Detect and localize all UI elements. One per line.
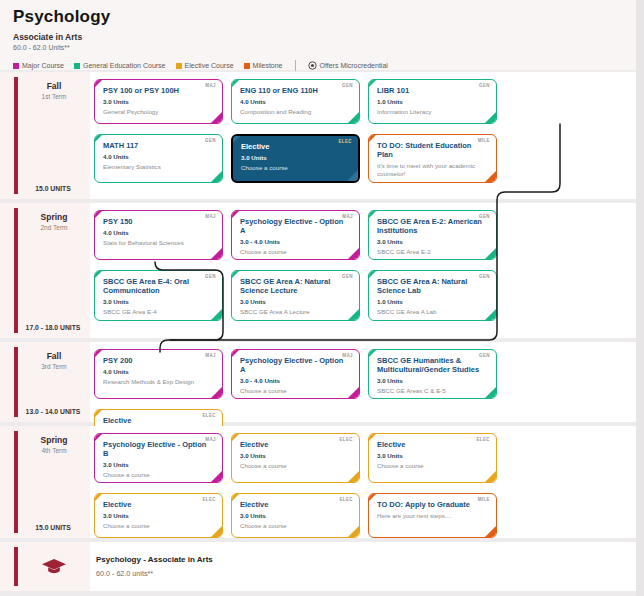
- legend-item-microcredential: Offers Microcredential: [308, 61, 388, 70]
- legend-label: Major Course: [22, 62, 64, 69]
- card-category-badge: GEN: [205, 138, 216, 143]
- course-units: 4.0 Units: [103, 368, 215, 375]
- course-units: 1.0 Units: [377, 298, 489, 305]
- term-row-spring-2: Spring 2nd Term 17.0 - 18.0 UNITS MAJ PS…: [0, 203, 636, 338]
- course-subtitle: Research Methods & Exp Design: [103, 378, 215, 386]
- course-subtitle: SBCC GE Area A Lecture: [240, 308, 352, 316]
- course-units: 4.0 Units: [240, 98, 352, 105]
- course-subtitle: Composition and Reading: [240, 108, 352, 116]
- term-row-fall-3: Fall 3rd Term 13.0 - 14.0 UNITS MAJ PSY …: [0, 342, 636, 422]
- gened-course-swatch: [74, 63, 80, 69]
- course-card-libr101[interactable]: GEN LIBR 101 1.0 Units Information Liter…: [368, 79, 497, 124]
- course-card-ge-a-lab[interactable]: GEN SBCC GE Area A: Natural Science Lab …: [368, 270, 497, 320]
- term-sidebar: Fall 3rd Term 13.0 - 14.0 UNITS: [0, 342, 90, 422]
- milestone-card-student-education-plan[interactable]: MILE TO DO: Student Education Plan It's …: [368, 134, 497, 183]
- course-card-elective-t4-4[interactable]: ELEC Elective 3.0 Units Choose a course: [231, 493, 360, 538]
- card-category-badge: MAJ: [205, 353, 216, 358]
- course-title: Psychology Elective - Option B: [103, 440, 215, 458]
- card-category-badge: MAJ: [342, 214, 353, 219]
- course-card-ge-e2[interactable]: GEN SBCC GE Area E-2: American Instituti…: [368, 210, 497, 260]
- course-card-eng110[interactable]: GEN ENG 110 or ENG 110H 4.0 Units Compos…: [231, 79, 360, 124]
- card-category-badge: ELEC: [202, 497, 216, 502]
- term-cards: MAJ Psychology Elective - Option B 3.0 U…: [90, 426, 634, 545]
- course-units: 3.0 - 4.0 Units: [240, 238, 352, 245]
- degree-completion-row: Psychology - Associate in Arts 60.0 - 62…: [0, 542, 636, 591]
- course-units: 3.0 Units: [240, 298, 352, 305]
- card-category-badge: ELEC: [339, 437, 353, 442]
- term-row-spring-4: Spring 4th Term 15.0 UNITS MAJ Psycholog…: [0, 426, 636, 538]
- course-units: 1.0 Units: [377, 98, 489, 105]
- card-category-badge: ELEC: [476, 437, 490, 442]
- course-card-ge-humanities[interactable]: GEN SBCC GE Humanities & Multicultural/G…: [368, 349, 497, 399]
- course-card-psy100[interactable]: MAJ PSY 100 or PSY 100H 3.0 Units Genera…: [94, 79, 223, 124]
- course-units: 3.0 Units: [103, 298, 215, 305]
- milestone-title: TO DO: Apply to Graduate: [377, 500, 489, 509]
- card-category-badge: GEN: [479, 83, 490, 88]
- card-category-badge: ELEC: [339, 497, 353, 502]
- course-title: LIBR 101: [377, 86, 489, 95]
- course-units: 3.0 Units: [377, 377, 489, 384]
- page-title: Psychology: [13, 7, 644, 27]
- course-units: 3.0 Units: [377, 452, 489, 459]
- card-category-badge: ELEC: [202, 413, 216, 418]
- completion-title: Psychology - Associate in Arts: [96, 555, 213, 564]
- course-card-ge-e4[interactable]: GEN SBCC GE Area E-4: Oral Communication…: [94, 270, 223, 320]
- degree-total-units: 60.0 - 62.0 Units**: [13, 44, 644, 51]
- legend-item-major: Major Course: [13, 62, 64, 69]
- card-category-badge: GEN: [479, 214, 490, 219]
- course-units: 3.0 Units: [240, 452, 352, 459]
- course-card-psych-elective-a2[interactable]: MAJ Psychology Elective - Option A 3.0 -…: [231, 349, 360, 399]
- course-subtitle: Choose a course: [241, 164, 351, 172]
- milestone-subtitle: Here are your next steps....: [377, 512, 489, 520]
- course-title: PSY 100 or PSY 100H: [103, 86, 215, 95]
- course-card-elective-t4-1[interactable]: ELEC Elective 3.0 Units Choose a course: [231, 433, 360, 483]
- course-subtitle: SBCC GE Area A Lab: [377, 308, 489, 316]
- term-number: 1st Term: [18, 93, 90, 100]
- legend-item-elective: Elective Course: [176, 62, 234, 69]
- card-category-badge: GEN: [342, 274, 353, 279]
- legend-item-gened: General Education Course: [74, 62, 166, 69]
- microcredential-label: Offers Microcredential: [320, 62, 388, 69]
- course-title: SBCC GE Humanities & Multicultural/Gende…: [377, 356, 489, 374]
- course-card-math117[interactable]: GEN MATH 117 4.0 Units Elementary Statis…: [94, 134, 223, 183]
- course-units: 3.0 Units: [103, 512, 215, 519]
- card-category-badge: ELEC: [338, 139, 352, 144]
- graduation-cap-wrap: [18, 542, 90, 591]
- course-card-ge-a-lecture[interactable]: GEN SBCC GE Area A: Natural Science Lect…: [231, 270, 360, 320]
- course-card-psych-elective-a[interactable]: MAJ Psychology Elective - Option A 3.0 -…: [231, 210, 360, 260]
- term-cards: MAJ PSY 150 4.0 Units Stats for Behavior…: [90, 203, 634, 328]
- graduation-cap-icon: [42, 558, 66, 576]
- course-subtitle: Choose a course: [240, 462, 352, 470]
- course-title: PSY 150: [103, 217, 215, 226]
- card-category-badge: MAJ: [205, 214, 216, 219]
- milestone-card-apply-to-graduate[interactable]: MILE TO DO: Apply to Graduate Here are y…: [368, 493, 497, 538]
- course-card-psych-elective-b[interactable]: MAJ Psychology Elective - Option B 3.0 U…: [94, 433, 223, 483]
- course-subtitle: SBCC GE Areas C & E-5: [377, 387, 489, 395]
- course-subtitle: Choose a course: [240, 522, 352, 530]
- course-card-elective-t4-3[interactable]: ELEC Elective 3.0 Units Choose a course: [94, 493, 223, 538]
- term-season: Spring: [18, 435, 90, 445]
- course-units: 3.0 Units: [103, 461, 215, 468]
- card-category-badge: GEN: [342, 83, 353, 88]
- course-title: Elective: [241, 142, 351, 151]
- course-card-elective-selected[interactable]: ELEC Elective 3.0 Units Choose a course: [231, 134, 360, 183]
- term-sidebar: Fall 1st Term 15.0 UNITS: [0, 72, 90, 199]
- card-category-badge: MILE: [478, 138, 490, 143]
- course-card-psy150[interactable]: MAJ PSY 150 4.0 Units Stats for Behavior…: [94, 210, 223, 260]
- card-category-badge: MAJ: [205, 437, 216, 442]
- course-units: 3.0 Units: [377, 238, 489, 245]
- course-card-psy200[interactable]: MAJ PSY 200 4.0 Units Research Methods &…: [94, 349, 223, 399]
- course-subtitle: Information Literacy: [377, 108, 489, 116]
- card-category-badge: GEN: [479, 353, 490, 358]
- course-title: PSY 200: [103, 356, 215, 365]
- target-medal-icon: [308, 61, 317, 70]
- term-season: Fall: [18, 351, 90, 361]
- card-category-badge: MAJ: [342, 353, 353, 358]
- course-title: ENG 110 or ENG 110H: [240, 86, 352, 95]
- legend: Major Course General Education Course El…: [13, 60, 644, 71]
- course-card-elective-t4-2[interactable]: ELEC Elective 3.0 Units Choose a course: [368, 433, 497, 483]
- course-title: Elective: [240, 500, 352, 509]
- course-subtitle: SBCC GE Area E-4: [103, 308, 215, 316]
- course-title: Psychology Elective - Option A: [240, 217, 352, 235]
- legend-item-milestone: Milestone: [244, 62, 283, 69]
